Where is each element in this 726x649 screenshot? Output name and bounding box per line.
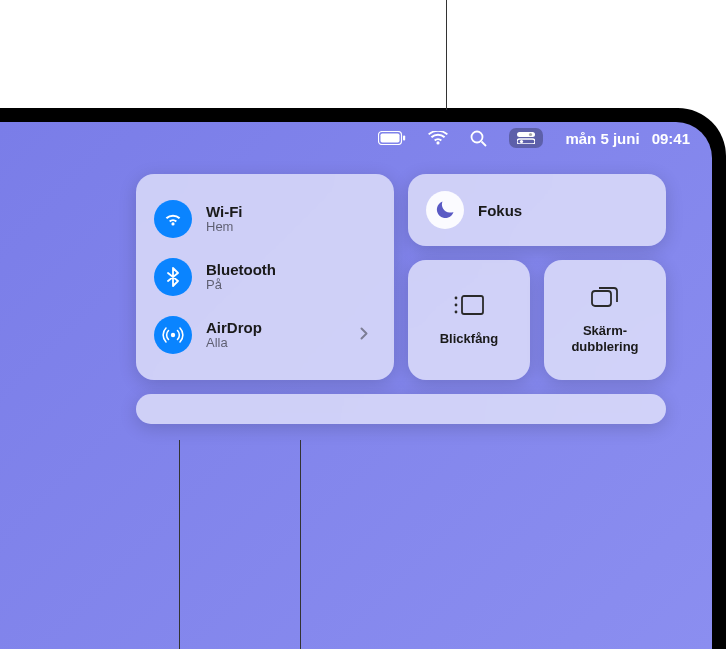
control-center-panel: Wi-Fi Hem Bluetooth På <box>136 174 684 424</box>
callout-line-bottom-left <box>179 440 180 649</box>
right-column: Fokus Blickfång <box>408 174 666 380</box>
svg-rect-10 <box>462 296 483 314</box>
airdrop-control[interactable]: AirDrop Alla <box>148 314 382 356</box>
callout-line-top <box>446 0 447 110</box>
bluetooth-title: Bluetooth <box>206 261 276 278</box>
menubar: mån 5 juni 09:41 <box>0 122 712 154</box>
svg-rect-2 <box>403 136 405 141</box>
bluetooth-text: Bluetooth På <box>206 261 276 293</box>
screen-mirroring-label: Skärm- dubblering <box>571 323 638 354</box>
partial-module <box>136 394 666 424</box>
svg-rect-5 <box>517 132 535 137</box>
battery-icon[interactable] <box>378 131 406 145</box>
chevron-right-icon[interactable] <box>360 326 368 344</box>
desktop-screen: mån 5 juni 09:41 Wi-Fi Hem <box>0 122 712 649</box>
airdrop-toggle-icon[interactable] <box>154 316 192 354</box>
bluetooth-toggle-icon[interactable] <box>154 258 192 296</box>
svg-line-4 <box>482 141 487 146</box>
svg-rect-1 <box>381 134 400 143</box>
device-bezel: mån 5 juni 09:41 Wi-Fi Hem <box>0 108 726 649</box>
svg-rect-7 <box>517 139 535 144</box>
airdrop-title: AirDrop <box>206 319 262 336</box>
bluetooth-control[interactable]: Bluetooth På <box>148 256 382 298</box>
airdrop-status: Alla <box>206 336 262 351</box>
bluetooth-status: På <box>206 278 276 293</box>
wifi-toggle-icon[interactable] <box>154 200 192 238</box>
svg-point-13 <box>455 311 458 314</box>
stage-manager-control[interactable]: Blickfång <box>408 260 530 380</box>
svg-point-3 <box>472 131 483 142</box>
control-center-icon[interactable] <box>509 128 543 148</box>
svg-point-8 <box>520 140 523 143</box>
wifi-status: Hem <box>206 220 243 235</box>
tile-row: Blickfång Skärm- dubblering <box>408 260 666 380</box>
stage-manager-icon <box>453 293 485 321</box>
menubar-datetime[interactable]: mån 5 juni 09:41 <box>565 130 690 147</box>
wifi-text: Wi-Fi Hem <box>206 203 243 235</box>
wifi-title: Wi-Fi <box>206 203 243 220</box>
svg-point-12 <box>455 304 458 307</box>
focus-control[interactable]: Fokus <box>408 174 666 246</box>
menubar-date: mån 5 juni <box>565 130 639 147</box>
wifi-control[interactable]: Wi-Fi Hem <box>148 198 382 240</box>
focus-label: Fokus <box>478 202 522 219</box>
moon-icon <box>426 191 464 229</box>
screen-mirroring-control[interactable]: Skärm- dubblering <box>544 260 666 380</box>
spotlight-icon[interactable] <box>470 130 487 147</box>
svg-point-11 <box>455 297 458 300</box>
callout-line-bottom-right <box>300 440 301 649</box>
wifi-icon[interactable] <box>428 131 448 146</box>
menubar-time: 09:41 <box>652 130 690 147</box>
svg-point-6 <box>529 133 532 136</box>
svg-rect-14 <box>592 291 611 306</box>
connectivity-module: Wi-Fi Hem Bluetooth På <box>136 174 394 380</box>
stage-manager-label: Blickfång <box>440 331 499 347</box>
screen-mirroring-icon <box>590 285 620 313</box>
airdrop-text: AirDrop Alla <box>206 319 262 351</box>
svg-point-9 <box>171 333 175 337</box>
